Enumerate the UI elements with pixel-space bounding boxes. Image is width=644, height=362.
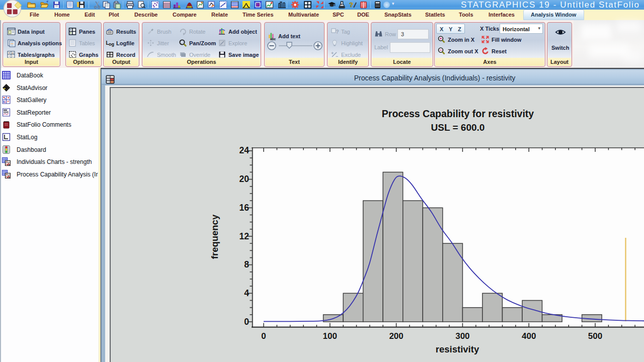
svg-text:500: 500	[588, 331, 602, 341]
svg-text:frequency: frequency	[209, 214, 220, 259]
svg-text:24: 24	[239, 145, 250, 155]
svg-text:16: 16	[239, 203, 250, 213]
svg-text:400: 400	[522, 331, 536, 341]
svg-text:200: 200	[389, 331, 403, 341]
svg-text:8: 8	[244, 259, 249, 269]
svg-text:300: 300	[455, 331, 469, 341]
svg-text:Process Capability for resisti: Process Capability for resistivity	[382, 108, 534, 119]
svg-text:0: 0	[244, 317, 249, 327]
svg-text:100: 100	[323, 331, 337, 341]
svg-text:4: 4	[244, 288, 249, 298]
svg-text:USL = 600.0: USL = 600.0	[431, 122, 485, 133]
svg-text:resistivity: resistivity	[436, 344, 479, 354]
svg-text:20: 20	[239, 174, 250, 184]
svg-text:12: 12	[239, 231, 250, 241]
svg-text:0: 0	[261, 331, 266, 341]
